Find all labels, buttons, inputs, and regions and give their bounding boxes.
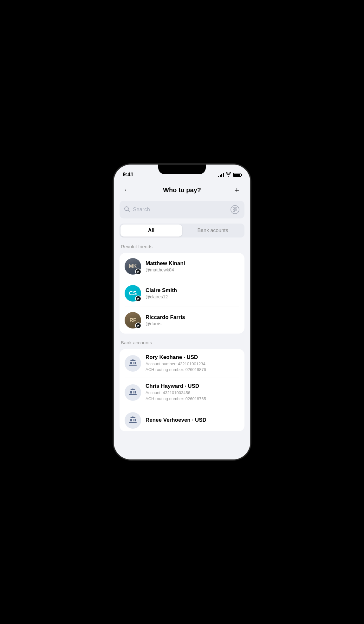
bank-account-name: Rory Keohane · USD [146, 354, 239, 361]
svg-rect-3 [233, 208, 235, 209]
back-arrow-icon: ← [124, 186, 131, 194]
bank-icon-wrap [125, 384, 141, 401]
signal-bar-4 [223, 173, 224, 177]
svg-rect-19 [129, 394, 137, 395]
bank-icon [129, 359, 137, 368]
friends-card: R Matthew Kinani @matthewk04 CS [120, 253, 244, 334]
revolut-badge: R [135, 322, 141, 329]
revolut-r-icon: R [137, 324, 140, 327]
tab-bank-accounts[interactable]: Bank acounts [182, 224, 244, 237]
wifi-icon [226, 172, 231, 178]
contact-info: Riccardo Farris @rfarris [146, 314, 239, 326]
add-icon: + [234, 186, 239, 194]
contact-name: Claire Smith [146, 287, 239, 294]
status-icons [218, 172, 241, 178]
svg-rect-7 [236, 210, 237, 211]
list-item[interactable]: Chris Hayward · USD Account: 43210100345… [125, 378, 239, 407]
svg-rect-23 [135, 419, 136, 421]
search-bar[interactable]: Search [120, 201, 244, 218]
list-item[interactable]: Renee Verhoeven · USD [125, 407, 239, 431]
add-button[interactable]: + [231, 184, 243, 196]
list-item[interactable]: Rory Keohane · USD Account number: 43210… [125, 349, 239, 378]
svg-line-1 [128, 210, 129, 211]
filter-tabs: All Bank acounts [120, 224, 244, 237]
phone-frame: 9:41 [114, 165, 250, 459]
contact-handle: @rfarris [146, 321, 239, 326]
search-placeholder: Search [133, 206, 227, 213]
bank-account-detail1: Account: 432101003456 [146, 390, 239, 396]
bank-icon-wrap [125, 355, 141, 372]
bank-icon-wrap [125, 412, 141, 429]
avatar: CS R [125, 285, 141, 302]
svg-rect-15 [130, 391, 131, 393]
svg-rect-17 [133, 391, 134, 393]
list-item[interactable]: R Riccardo Farris @rfarris [125, 307, 239, 334]
svg-rect-9 [236, 211, 236, 211]
notch [158, 165, 206, 174]
svg-point-2 [231, 205, 239, 214]
contact-info: Matthew Kinani @matthewk04 [146, 260, 239, 272]
avatar: R [125, 258, 141, 275]
contact-handle: @matthewk04 [146, 267, 239, 272]
list-item[interactable]: R Matthew Kinani @matthewk04 [125, 253, 239, 280]
battery-icon [233, 173, 241, 177]
revolut-badge: R [135, 296, 141, 302]
svg-rect-11 [131, 362, 132, 364]
tab-all[interactable]: All [120, 224, 182, 237]
signal-bar-2 [220, 175, 221, 177]
svg-rect-10 [130, 362, 131, 364]
bank-account-detail2: ACH routing number: 026019876 [146, 367, 239, 373]
svg-rect-24 [129, 422, 137, 423]
contact-info: Claire Smith @claires12 [146, 287, 239, 299]
bank-accounts-label: Bank accounts [120, 340, 244, 345]
contact-name: Matthew Kinani [146, 260, 239, 267]
revolut-badge: R [135, 269, 141, 275]
search-container: Search [114, 201, 250, 224]
bank-account-name: Renee Verhoeven · USD [146, 417, 239, 423]
page-title: Who to pay? [163, 186, 201, 194]
svg-rect-21 [131, 419, 132, 421]
signal-bar-1 [218, 176, 219, 177]
list-item[interactable]: CS R Claire Smith @claires12 [125, 280, 239, 307]
bank-accounts-card: Rory Keohane · USD Account number: 43210… [120, 349, 244, 431]
qr-scan-button[interactable] [230, 205, 240, 215]
svg-rect-8 [236, 211, 237, 211]
svg-rect-20 [130, 419, 131, 421]
contact-info: Chris Hayward · USD Account: 43210100345… [146, 383, 239, 401]
bank-account-detail2: ACH routing number: 026018765 [146, 396, 239, 402]
battery-fill [234, 174, 240, 176]
bank-icon [129, 388, 137, 397]
svg-rect-14 [129, 365, 137, 366]
search-icon [124, 206, 130, 213]
bank-account-detail1: Account number: 432101001234 [146, 361, 239, 367]
svg-rect-18 [135, 391, 136, 393]
revolut-r-icon: R [137, 270, 140, 273]
content-area: Revolut friends R Matthew Kinani @matthe… [114, 244, 250, 438]
avatar: R [125, 312, 141, 328]
signal-bar-3 [221, 174, 222, 177]
contact-info: Rory Keohane · USD Account number: 43210… [146, 354, 239, 373]
svg-rect-16 [131, 391, 132, 393]
contact-name: Riccardo Farris [146, 314, 239, 321]
bank-account-name: Chris Hayward · USD [146, 383, 239, 389]
signal-icon [218, 172, 224, 177]
svg-rect-13 [135, 362, 136, 364]
svg-rect-12 [133, 362, 134, 364]
svg-rect-22 [133, 419, 134, 421]
svg-rect-4 [235, 208, 237, 209]
contact-info: Renee Verhoeven · USD [146, 417, 239, 424]
revolut-r-icon: R [137, 297, 140, 300]
contact-handle: @claires12 [146, 294, 239, 299]
back-button[interactable]: ← [121, 184, 133, 196]
svg-rect-6 [236, 210, 236, 211]
phone-screen: 9:41 [114, 165, 250, 459]
revolut-friends-label: Revolut friends [120, 244, 244, 249]
status-time: 9:41 [123, 172, 133, 178]
header: ← Who to pay? + [114, 180, 250, 201]
avatar-initials: CS [129, 290, 137, 297]
svg-point-0 [125, 207, 128, 211]
svg-rect-5 [233, 210, 235, 211]
bank-icon [129, 416, 137, 425]
